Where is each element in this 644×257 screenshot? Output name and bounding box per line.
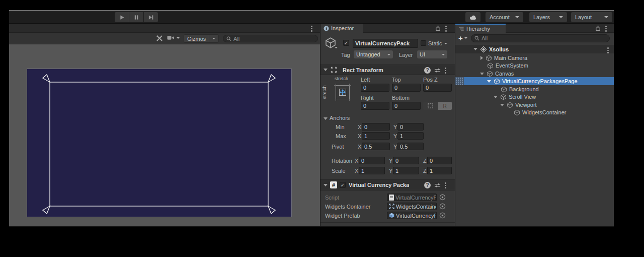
script-component-header[interactable]: # ✓ Virtual Currency Packa ? (320, 179, 455, 190)
scene-viewport[interactable] (9, 44, 320, 226)
foldout-icon[interactable] (494, 96, 498, 98)
account-dropdown[interactable]: Account (486, 12, 523, 22)
tag-dropdown[interactable]: Untagged (354, 50, 393, 58)
foldout-icon[interactable] (473, 48, 477, 50)
min-y-field[interactable]: 0 (397, 123, 424, 131)
scale-y-field[interactable]: 1 (393, 167, 419, 174)
tree-row-virtualcurrencypackagespage[interactable]: VirtualCurrencyPackagesPage (455, 77, 614, 85)
tree-item-label: EventSystem (496, 62, 528, 69)
anchors-title: Anchors (330, 115, 350, 121)
object-picker-icon[interactable] (439, 194, 446, 201)
playmode-controls (115, 12, 158, 22)
component-enabled-checkbox[interactable]: ✓ (340, 182, 346, 188)
widgets-container-field[interactable]: WidgetsContaine (387, 203, 437, 210)
min-x-field[interactable]: 0 (362, 123, 390, 131)
tree-row-viewport[interactable]: Viewport (455, 101, 614, 109)
play-button[interactable] (115, 12, 129, 22)
tree-row-background[interactable]: Background (455, 85, 614, 93)
tree-row-widgetscontainer[interactable]: WidgetsContainer (455, 108, 614, 116)
inspector-menu-icon[interactable] (445, 26, 447, 32)
anchor-preset-widget[interactable] (333, 83, 352, 102)
hierarchy-search-value: All (481, 35, 488, 41)
main-toolbar: Account Layers Layout (9, 11, 614, 24)
tree-row-main-camera[interactable]: Main Camera (455, 54, 614, 62)
tree-row-scroll-view[interactable]: Scroll View (455, 93, 614, 101)
bottom-field[interactable]: 0 (392, 102, 421, 110)
gizmos-dropdown[interactable]: Gizmos (184, 34, 219, 43)
static-caret[interactable] (444, 43, 447, 44)
gameobject-cube-icon (494, 78, 500, 85)
create-button[interactable]: + (458, 34, 467, 42)
widget-prefab-field[interactable]: VirtualCurrencyP (387, 212, 437, 219)
posz-field[interactable]: 0 (423, 84, 452, 92)
rect-transform-title: Rect Transform (343, 67, 383, 73)
cloud-button[interactable] (465, 12, 480, 22)
component-menu-icon[interactable] (445, 68, 446, 74)
canvas-gizmo (27, 69, 292, 217)
scene-menu-icon[interactable] (311, 26, 312, 32)
max-x-field[interactable]: 1 (362, 132, 390, 140)
pause-icon (134, 15, 139, 20)
lock-icon[interactable] (595, 25, 601, 31)
tag-label: Tag (341, 52, 350, 58)
right-field[interactable]: 0 (361, 102, 389, 110)
foldout-icon[interactable] (487, 80, 491, 83)
active-checkbox[interactable]: ✓ (343, 40, 349, 46)
foldout-icon[interactable] (324, 184, 328, 186)
pivot-y-field[interactable]: 0.5 (397, 143, 424, 150)
left-field[interactable]: 0 (361, 84, 389, 92)
hierarchy-menu-icon[interactable] (605, 26, 607, 32)
tools-icon[interactable] (156, 35, 163, 42)
rotation-label: Rotation (332, 158, 352, 164)
script-object-field[interactable]: VirtualCurrencyP (387, 194, 437, 201)
anchors-foldout-icon[interactable] (324, 117, 328, 120)
hierarchy-search-input[interactable]: All (471, 34, 610, 42)
lock-icon[interactable] (435, 25, 441, 31)
rotation-y-field[interactable]: 0 (393, 157, 419, 164)
plus-icon: + (458, 34, 463, 42)
top-field[interactable]: 0 (392, 84, 421, 92)
layers-dropdown[interactable]: Layers (529, 12, 567, 22)
blueprint-mode-button[interactable] (423, 102, 437, 110)
static-checkbox[interactable] (421, 40, 426, 46)
layer-dropdown[interactable]: UI (417, 50, 447, 58)
foldout-icon[interactable] (500, 104, 504, 106)
scene-row[interactable]: Xsollus (455, 45, 614, 53)
scale-z-field[interactable]: 1 (427, 167, 452, 174)
gameobject-icon-caret[interactable] (335, 47, 338, 48)
z-label: Z (423, 168, 427, 174)
pivot-x-field[interactable]: 0.5 (362, 143, 390, 150)
gizmos-label: Gizmos (184, 36, 209, 42)
rotation-x-field[interactable]: 0 (359, 157, 385, 164)
rect-transform-header[interactable]: Rect Transform ? (320, 65, 455, 75)
inspector-panel: Inspector ✓ VirtualCurrencyPack Static T… (320, 24, 455, 226)
object-picker-icon[interactable] (439, 212, 446, 219)
tab-hierarchy[interactable]: Hierarchy (455, 25, 506, 33)
help-icon[interactable]: ? (424, 182, 431, 188)
foldout-icon[interactable] (480, 73, 484, 75)
tree-row-canvas[interactable]: Canvas (455, 70, 614, 78)
presets-icon[interactable] (434, 182, 441, 188)
check-icon: ✓ (344, 40, 348, 46)
name-field[interactable]: VirtualCurrencyPack (353, 39, 418, 48)
foldout-icon[interactable] (324, 69, 328, 71)
camera-dropdown[interactable] (167, 35, 180, 41)
divider (320, 222, 455, 223)
step-button[interactable] (144, 12, 158, 22)
gameobject-cube-icon (507, 102, 513, 108)
max-y-field[interactable]: 1 (397, 132, 424, 140)
scale-x-field[interactable]: 1 (359, 167, 385, 174)
raw-edit-button[interactable]: R (438, 102, 452, 110)
foldout-icon[interactable] (480, 56, 483, 60)
scene-row-menu-icon[interactable] (607, 47, 609, 53)
tree-row-eventsystem[interactable]: EventSystem (455, 61, 614, 70)
help-icon[interactable]: ? (424, 67, 431, 74)
layout-dropdown[interactable]: Layout (571, 12, 612, 22)
object-picker-icon[interactable] (439, 203, 446, 210)
presets-icon[interactable] (434, 67, 441, 74)
tab-inspector[interactable]: Inspector (320, 24, 363, 33)
component-menu-icon[interactable] (445, 182, 446, 188)
scene-search-input[interactable]: All (223, 35, 318, 42)
pause-button[interactable] (129, 12, 143, 22)
rotation-z-field[interactable]: 0 (427, 157, 452, 164)
